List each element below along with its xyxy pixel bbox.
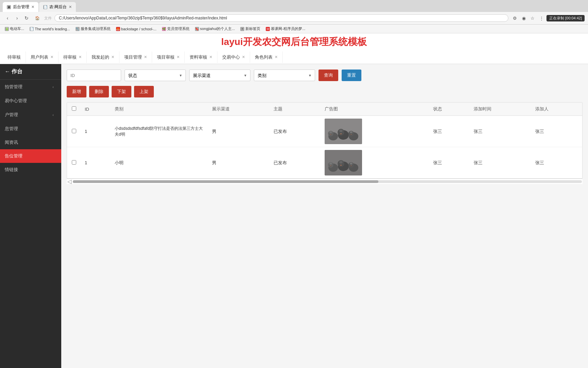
- row-1-status: 张三: [429, 116, 470, 147]
- app-tab-4[interactable]: 项目管理 ✕: [119, 51, 152, 63]
- bookmark-label-6: songjiahui的个人主...: [200, 26, 235, 31]
- sidebar-item-links[interactable]: 情链接: [0, 163, 61, 177]
- query-button[interactable]: 查询: [318, 70, 338, 81]
- tab-8-close[interactable]: ✕: [275, 55, 278, 59]
- app-tab-3[interactable]: 我发起的 ✕: [87, 51, 119, 63]
- menu-icon[interactable]: ⋮: [538, 14, 545, 22]
- home-button[interactable]: 🏠: [33, 14, 42, 22]
- row-1-category: 小dsdsdsdfdfsdfafd防守打法是否的法第三方士大夫d明: [111, 116, 208, 147]
- extensions-icon[interactable]: ⚙: [511, 14, 519, 22]
- bookmark-5[interactable]: 🌿 党员管理系统: [160, 26, 192, 32]
- app-wrapper: 待审核 用户列表 ✕ 待审核 ✕ 我发起的 ✕ 项目管理 ✕ 项目审核 ✕ 资料…: [0, 50, 588, 368]
- tab-1-close[interactable]: ✕: [50, 55, 53, 59]
- tab-label-1: 后台管理: [13, 4, 29, 10]
- bookmark-favicon-1: 🔋: [5, 27, 9, 31]
- tab-5-close[interactable]: ✕: [177, 55, 180, 59]
- app-body: ← 作台 拍管管理 ‹ 易中心管理 户管理 ‹ 息管理 闻资讯 告位管理: [0, 64, 588, 368]
- app-tab-8[interactable]: 角色列表 ✕: [250, 51, 283, 63]
- browser-tab-active[interactable]: 🖥 后台管理 ✕: [3, 2, 38, 12]
- scrollbar-track: [73, 180, 582, 183]
- id-input[interactable]: [67, 70, 121, 81]
- delete-button[interactable]: 删除: [89, 86, 109, 97]
- row-2-checkbox-cell: [67, 147, 81, 179]
- row-2-topic: 已发布: [270, 147, 321, 179]
- row-2-id: 1: [81, 147, 111, 179]
- tab-1-label: 用户列表: [31, 54, 48, 60]
- bookmark-1[interactable]: 🔋 电动车...: [3, 26, 26, 32]
- tab-4-close[interactable]: ✕: [144, 55, 147, 59]
- reload-button[interactable]: ↻: [22, 14, 31, 22]
- sidebar-item-info[interactable]: 息管理: [0, 122, 61, 136]
- forward-button[interactable]: ›: [13, 14, 21, 22]
- bookmark-3[interactable]: 🔧 服务集成治理系统: [74, 26, 113, 32]
- sidebar-item-ad[interactable]: 告位管理: [0, 149, 61, 163]
- bookmark-favicon-7: +: [240, 27, 244, 31]
- bookmark-label-5: 党员管理系统: [167, 26, 190, 31]
- add-button[interactable]: 新增: [67, 86, 86, 97]
- tab-close-2[interactable]: ✕: [69, 5, 72, 9]
- scrollbar-thumb[interactable]: [73, 180, 378, 183]
- row-1-checkbox[interactable]: [72, 129, 76, 133]
- bookmark-6[interactable]: 🔖 songjiahui的个人主...: [193, 26, 237, 32]
- sidebar-item-auction[interactable]: 拍管管理 ‹: [0, 80, 61, 94]
- reset-button[interactable]: 重置: [342, 70, 361, 81]
- row-1-channel: 男: [208, 116, 270, 147]
- sidebar: ← 作台 拍管管理 ‹ 易中心管理 户管理 ‹ 息管理 闻资讯 告位管理: [0, 64, 61, 368]
- bookmark-favicon-8: M: [266, 27, 270, 31]
- col-ad-image: 广告图: [321, 103, 429, 116]
- sidebar-item-news[interactable]: 闻资讯: [0, 136, 61, 149]
- star-icon[interactable]: ☆: [529, 14, 536, 22]
- app-tab-2[interactable]: 待审核 ✕: [59, 51, 87, 63]
- row-2-checkbox[interactable]: [72, 160, 76, 165]
- horizontal-scrollbar[interactable]: ◁: [67, 179, 583, 184]
- sidebar-logo-title: 作台: [12, 68, 22, 74]
- sidebar-item-trade[interactable]: 易中心管理: [0, 94, 61, 108]
- row-2-status: 张三: [429, 147, 470, 179]
- app-tab-6[interactable]: 资料审核 ✕: [185, 51, 217, 63]
- row-1-add-person: 张三: [531, 116, 582, 147]
- bookmark-7[interactable]: + 新标签页: [238, 26, 262, 32]
- bookmarks-bar: 🔋 电动车... 📄 The world's leading... 🔧 服务集成…: [0, 25, 588, 33]
- status-select[interactable]: 状态: [125, 70, 186, 81]
- svg-point-10: [350, 131, 353, 133]
- bookmark-4[interactable]: 🦊 backstage / school-...: [114, 26, 159, 32]
- row-1-add-time: 张三: [470, 116, 531, 147]
- app-tab-5[interactable]: 项目审核 ✕: [152, 51, 185, 63]
- select-all-checkbox[interactable]: [72, 106, 76, 111]
- content-area: 状态 展示渠道 类别 查询 重置 新增 删除: [61, 64, 588, 368]
- col-channel: 展示渠道: [208, 103, 270, 116]
- tab-close-1[interactable]: ✕: [31, 5, 34, 9]
- sidebar-item-user-label: 户管理: [5, 112, 18, 118]
- app-tab-0[interactable]: 待审核: [3, 51, 26, 63]
- tab-0-label: 待审核: [7, 54, 21, 60]
- tab-3-close[interactable]: ✕: [111, 55, 114, 59]
- bookmark-label-4: backstage / school-...: [121, 27, 157, 31]
- tab-7-close[interactable]: ✕: [242, 55, 245, 59]
- profile-icon[interactable]: ◉: [520, 14, 527, 22]
- scroll-left-btn[interactable]: ◁: [67, 178, 71, 185]
- recording-badge: 正在录制 [00:04:42]: [546, 15, 585, 21]
- tab-2-close[interactable]: ✕: [79, 55, 82, 59]
- app-tab-1[interactable]: 用户列表 ✕: [26, 51, 59, 63]
- sidebar-item-news-label: 闻资讯: [5, 139, 18, 145]
- channel-select[interactable]: 展示渠道: [189, 70, 250, 81]
- address-input[interactable]: C:/Users/lenovo/AppData/Local/Temp/360zi…: [54, 14, 508, 22]
- bookmark-2[interactable]: 📄 The world's leading...: [28, 26, 72, 32]
- sidebar-item-user[interactable]: 户管理 ‹: [0, 108, 61, 122]
- tab-5-label: 项目审核: [157, 54, 175, 60]
- table-row: 1 小明 男 已发布: [67, 147, 582, 179]
- back-button[interactable]: ‹: [3, 14, 12, 22]
- col-status: 状态: [429, 103, 470, 116]
- bookmark-favicon-6: 🔖: [195, 27, 199, 31]
- sidebar-logo[interactable]: ← 作台: [0, 64, 61, 80]
- tab-3-label: 我发起的: [92, 54, 109, 60]
- row-2-add-time: 张三: [470, 147, 531, 179]
- address-bar: ‹ › ↻ 🏠 文件 C:/Users/lenovo/AppData/Local…: [0, 12, 588, 25]
- browser-tab-2[interactable]: 📄 农·网后台 ✕: [39, 2, 76, 12]
- app-tab-7[interactable]: 交易中心 ✕: [217, 51, 250, 63]
- offline-button[interactable]: 下架: [112, 86, 131, 97]
- bookmark-8[interactable]: M 慕课网-程序员的梦...: [264, 26, 307, 32]
- online-button[interactable]: 上架: [134, 86, 154, 97]
- tab-6-close[interactable]: ✕: [209, 55, 212, 59]
- category-select[interactable]: 类别: [254, 70, 315, 81]
